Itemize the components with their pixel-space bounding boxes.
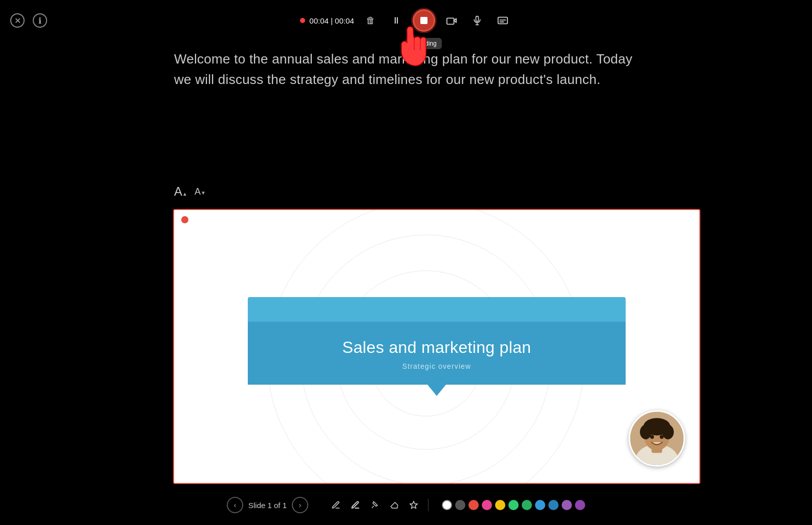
decrease-font-caret: ▼ — [201, 190, 206, 196]
speech-bubble: Sales and marketing plan Strategic overv… — [248, 297, 626, 396]
stop-recording-wrapper: recording — [413, 9, 435, 32]
timer-area: 00:04 | 00:04 — [300, 16, 354, 25]
next-slide-icon: › — [299, 501, 302, 509]
color-yellow[interactable] — [495, 500, 505, 510]
color-light-green[interactable] — [508, 500, 519, 510]
drawing-tools — [329, 498, 585, 512]
slide-navigation: ‹ Slide 1 of 1 › — [227, 497, 308, 513]
svg-marker-22 — [410, 501, 418, 509]
pen-icon — [331, 500, 340, 510]
tools-separator — [428, 499, 429, 511]
highlighter-icon — [370, 500, 379, 510]
mic-icon — [472, 15, 482, 26]
recording-dot — [300, 18, 305, 23]
color-purple[interactable] — [575, 500, 585, 510]
marker-tool-button[interactable] — [348, 498, 362, 512]
color-light-blue[interactable] — [535, 500, 545, 510]
pen-tool-button[interactable] — [329, 498, 343, 512]
recording-tooltip: recording — [406, 38, 442, 49]
slide-subtitle: Strategic overview — [402, 362, 472, 370]
color-dark[interactable] — [455, 500, 465, 510]
increase-font-caret: ▲ — [182, 191, 187, 197]
svg-point-18 — [657, 420, 667, 430]
color-red[interactable] — [468, 500, 479, 510]
stop-icon — [420, 17, 428, 24]
bottom-bar: ‹ Slide 1 of 1 › — [0, 485, 812, 525]
color-white[interactable] — [442, 500, 452, 510]
color-swatches — [442, 500, 585, 510]
timer-display: 00:04 | 00:04 — [309, 16, 354, 25]
color-pink[interactable] — [482, 500, 492, 510]
slide-title: Sales and marketing plan — [343, 338, 531, 357]
stop-recording-button[interactable] — [413, 9, 435, 32]
increase-font-label: A — [174, 184, 182, 199]
close-icon: ✕ — [14, 16, 21, 26]
color-light-purple[interactable] — [562, 500, 572, 510]
close-button[interactable]: ✕ — [10, 13, 25, 28]
captions-button[interactable] — [494, 11, 512, 30]
camera-icon — [446, 15, 457, 26]
svg-point-20 — [660, 435, 664, 439]
font-size-controls: A ▲ A ▼ — [174, 184, 206, 199]
presenter-avatar — [629, 410, 685, 467]
prev-slide-button[interactable]: ‹ — [227, 497, 243, 513]
svg-rect-1 — [476, 16, 478, 22]
slide-label: Slide 1 of 1 — [248, 501, 287, 510]
mic-button[interactable] — [468, 11, 486, 30]
slide-recording-dot — [181, 216, 188, 223]
avatar-image — [630, 410, 683, 465]
delete-button[interactable]: 🗑 — [361, 11, 380, 30]
shapes-tool-button[interactable] — [407, 498, 421, 512]
pause-icon: ⏸ — [392, 15, 401, 26]
captions-icon — [497, 15, 508, 26]
highlighter-tool-button[interactable] — [368, 498, 382, 512]
speech-bubble-body: Sales and marketing plan Strategic overv… — [248, 322, 626, 385]
color-green[interactable] — [522, 500, 532, 510]
svg-rect-0 — [446, 18, 454, 24]
speech-bubble-top — [248, 297, 626, 322]
svg-point-17 — [647, 420, 657, 430]
toolbar-controls: 00:04 | 00:04 🗑 ⏸ recording — [300, 9, 511, 32]
shapes-icon — [409, 500, 418, 510]
info-icon: ℹ — [38, 16, 41, 26]
top-bar-left: ✕ ℹ — [10, 13, 47, 28]
pause-button[interactable]: ⏸ — [387, 11, 405, 30]
slide-inner: Sales and marketing plan Strategic overv… — [174, 210, 699, 483]
camera-button[interactable] — [442, 11, 461, 30]
color-blue[interactable] — [548, 500, 559, 510]
eraser-tool-button[interactable] — [387, 498, 401, 512]
decrease-font-label: A — [195, 186, 201, 197]
info-button[interactable]: ℹ — [33, 13, 47, 28]
top-bar: ✕ ℹ 00:04 | 00:04 🗑 ⏸ recording — [0, 0, 812, 41]
decrease-font-button[interactable]: A ▼ — [195, 186, 206, 197]
eraser-icon — [390, 500, 399, 510]
increase-font-button[interactable]: A ▲ — [174, 184, 187, 199]
svg-point-19 — [650, 435, 654, 439]
next-slide-button[interactable]: › — [292, 497, 308, 513]
delete-icon: 🗑 — [366, 15, 375, 26]
speech-bubble-tail — [428, 385, 446, 396]
marker-icon — [351, 500, 360, 510]
prev-slide-icon: ‹ — [234, 501, 237, 509]
transcript-text: Welcome to the annual sales and marketin… — [174, 49, 638, 90]
slide-preview: Sales and marketing plan Strategic overv… — [173, 209, 700, 484]
